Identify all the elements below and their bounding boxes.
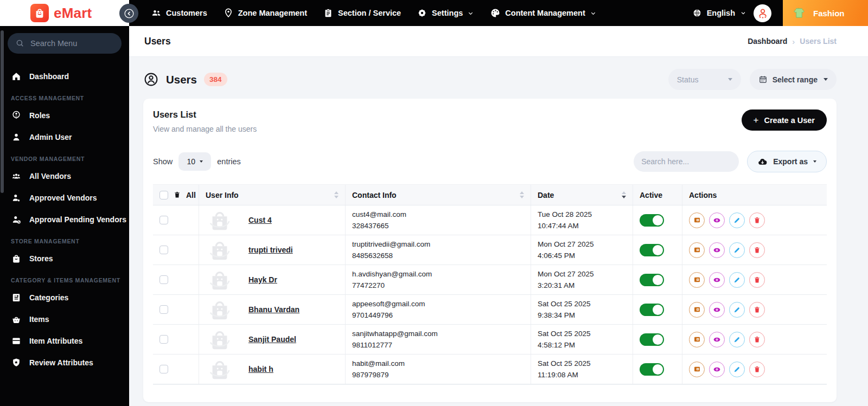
row-checkbox[interactable]: [159, 275, 168, 284]
nav-item-customers[interactable]: Customers: [151, 8, 207, 18]
delete-button[interactable]: [749, 212, 765, 228]
sort-icon[interactable]: [334, 191, 339, 198]
content-icon: [490, 8, 501, 18]
sidebar-item-admin-user[interactable]: Admin User: [8, 126, 122, 148]
edit-button[interactable]: [729, 212, 745, 228]
view-button[interactable]: [709, 212, 725, 228]
nav-item-content-management[interactable]: Content Management: [490, 8, 596, 18]
language-selector[interactable]: English: [692, 8, 746, 18]
export-as-button[interactable]: Export as: [747, 151, 827, 172]
sidebar-item-review-attributes[interactable]: Review Attributes: [8, 352, 122, 373]
column-header-actions: Actions: [682, 185, 827, 205]
column-header-contact-info[interactable]: Contact Info: [345, 185, 531, 205]
user-phone: 9701449796: [352, 311, 425, 319]
date-range-dropdown[interactable]: Select range: [750, 69, 837, 90]
edit-button[interactable]: [729, 362, 745, 377]
page-size-select[interactable]: 10: [178, 152, 211, 171]
row-checkbox[interactable]: [159, 335, 168, 344]
breadcrumb-dashboard[interactable]: Dashboard: [748, 37, 787, 46]
column-label: Contact Info: [352, 191, 397, 199]
profile-avatar[interactable]: [754, 4, 771, 22]
sidebar-item-items[interactable]: Items: [8, 308, 122, 330]
active-toggle[interactable]: [640, 214, 664, 227]
edit-button[interactable]: [729, 242, 745, 258]
row-checkbox[interactable]: [159, 246, 168, 254]
sidebar-item-approval-pending-vendors[interactable]: Approval Pending Vendors: [8, 209, 122, 230]
store-switcher[interactable]: Fashion: [783, 0, 868, 26]
created-date: Sat Oct 25 2025: [538, 330, 591, 338]
sidebar-item-item-attributes[interactable]: Item Attributes: [8, 330, 122, 352]
brand[interactable]: eMart: [0, 0, 129, 26]
sidebar-scrollbar[interactable]: [1, 30, 4, 193]
users-count-badge: 384: [204, 73, 227, 86]
row-checkbox[interactable]: [159, 216, 168, 224]
sidebar-collapse-button[interactable]: [119, 4, 138, 23]
nav-item-settings[interactable]: Settings: [417, 8, 474, 18]
select-all-label: All: [186, 191, 196, 199]
active-toggle[interactable]: [640, 304, 664, 316]
sidebar-search-input[interactable]: [30, 39, 112, 48]
delete-button[interactable]: [749, 242, 765, 258]
bulk-delete-trash-icon[interactable]: [173, 191, 181, 199]
create-user-button[interactable]: + Create a User: [742, 109, 827, 131]
view-button[interactable]: [709, 272, 725, 288]
sidebar-item-stores[interactable]: Stores: [8, 248, 122, 269]
user-name-link[interactable]: Bhanu Vardan: [248, 305, 299, 314]
created-time: 10:47:44 AM: [538, 222, 592, 230]
manage-wallet-button[interactable]: [689, 362, 705, 377]
nav-item-zone-management[interactable]: Zone Management: [223, 8, 307, 18]
edit-button[interactable]: [729, 272, 745, 288]
column-header-date[interactable]: Date: [531, 185, 633, 205]
row-checkbox[interactable]: [159, 365, 168, 373]
sidebar: Dashboard ACCESS MANAGEMENT Roles Admin …: [0, 26, 129, 406]
sidebar-item-all-vendors[interactable]: All Vendors: [8, 165, 122, 187]
edit-button[interactable]: [729, 302, 745, 318]
view-button[interactable]: [709, 302, 725, 318]
nav-item-section-service[interactable]: Section / Service: [323, 8, 401, 18]
user-name-link[interactable]: Sanjit Paudel: [248, 335, 296, 344]
select-all-checkbox[interactable]: [159, 191, 168, 199]
sidebar-item-approved-vendors[interactable]: Approved Vendors: [8, 187, 122, 209]
manage-wallet-button[interactable]: [689, 332, 705, 347]
user-name-link[interactable]: Hayk Dr: [248, 275, 277, 284]
delete-button[interactable]: [749, 302, 765, 318]
active-toggle[interactable]: [640, 363, 664, 376]
sidebar-item-roles[interactable]: Roles: [8, 105, 122, 126]
edit-button[interactable]: [729, 332, 745, 347]
top-navbar: eMart Customers Zone Management Section …: [0, 0, 868, 26]
tray-icon: [11, 336, 22, 346]
active-toggle[interactable]: [640, 333, 664, 346]
manage-wallet-button[interactable]: [689, 242, 705, 258]
view-button[interactable]: [709, 242, 725, 258]
pencil-icon: [733, 306, 741, 314]
row-checkbox[interactable]: [159, 305, 168, 314]
status-filter-dropdown[interactable]: Status: [668, 69, 741, 90]
delete-button[interactable]: [749, 332, 765, 347]
active-toggle[interactable]: [640, 244, 664, 256]
column-header-user-info[interactable]: User Info: [199, 185, 345, 205]
sidebar-search[interactable]: [8, 33, 122, 54]
view-button[interactable]: [709, 362, 725, 377]
table-search[interactable]: [634, 151, 739, 172]
view-button[interactable]: [709, 332, 725, 347]
user-name-link[interactable]: Cust 4: [248, 216, 272, 224]
manage-wallet-button[interactable]: [689, 302, 705, 318]
user-name-link[interactable]: trupti trivedi: [248, 246, 293, 254]
delete-button[interactable]: [749, 272, 765, 288]
eye-icon: [712, 216, 722, 225]
user-name-link[interactable]: habit h: [248, 365, 273, 373]
manage-wallet-button[interactable]: [689, 272, 705, 288]
sidebar-item-categories[interactable]: Categories: [8, 287, 122, 308]
sort-icon-active[interactable]: [622, 191, 626, 198]
active-toggle[interactable]: [640, 274, 664, 286]
brand-name: eMart: [54, 5, 92, 22]
sidebar-item-dashboard[interactable]: Dashboard: [8, 66, 122, 87]
sort-icon[interactable]: [520, 191, 524, 198]
created-date: Tue Oct 28 2025: [538, 210, 592, 218]
sidebar-item-label: Categories: [29, 293, 68, 302]
delete-button[interactable]: [749, 362, 765, 377]
manage-wallet-button[interactable]: [689, 212, 705, 228]
breadcrumb-separator-icon: ›: [792, 37, 795, 46]
table-search-input[interactable]: [641, 157, 739, 166]
column-header-active: Active: [633, 185, 682, 205]
